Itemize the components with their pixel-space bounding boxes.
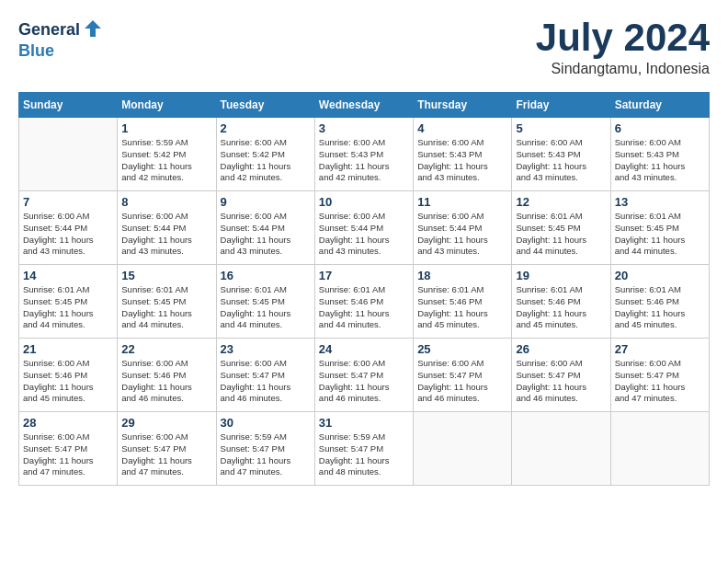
day-info: Sunrise: 6:00 AM Sunset: 5:47 PM Dayligh… (23, 431, 113, 478)
day-info: Sunrise: 6:01 AM Sunset: 5:45 PM Dayligh… (121, 284, 211, 331)
day-number: 30 (221, 416, 311, 430)
weekday-sunday: Sunday (19, 93, 118, 118)
day-number: 2 (221, 121, 311, 135)
day-number: 4 (417, 121, 507, 135)
calendar-week-5: 28Sunrise: 6:00 AM Sunset: 5:47 PM Dayli… (19, 412, 710, 486)
day-info: Sunrise: 6:00 AM Sunset: 5:44 PM Dayligh… (121, 211, 211, 258)
calendar-cell: 22Sunrise: 6:00 AM Sunset: 5:46 PM Dayli… (118, 339, 216, 412)
calendar-cell: 12Sunrise: 6:01 AM Sunset: 5:45 PM Dayli… (512, 191, 610, 265)
day-info: Sunrise: 6:00 AM Sunset: 5:46 PM Dayligh… (23, 358, 113, 405)
calendar-table: SundayMondayTuesdayWednesdayThursdayFrid… (18, 92, 710, 486)
calendar-cell: 30Sunrise: 5:59 AM Sunset: 5:47 PM Dayli… (216, 412, 314, 486)
logo: General Blue (18, 18, 103, 61)
calendar-cell: 24Sunrise: 6:00 AM Sunset: 5:47 PM Dayli… (314, 339, 413, 412)
calendar-cell: 9Sunrise: 6:00 AM Sunset: 5:44 PM Daylig… (216, 191, 314, 265)
day-info: Sunrise: 6:01 AM Sunset: 5:45 PM Dayligh… (23, 284, 113, 331)
day-info: Sunrise: 6:01 AM Sunset: 5:46 PM Dayligh… (319, 284, 409, 331)
day-number: 26 (516, 342, 606, 356)
logo-general: General (18, 21, 80, 40)
day-info: Sunrise: 5:59 AM Sunset: 5:47 PM Dayligh… (319, 431, 409, 478)
day-number: 25 (417, 342, 507, 356)
day-number: 9 (221, 195, 311, 209)
day-number: 3 (319, 121, 409, 135)
day-number: 18 (417, 269, 507, 282)
day-info: Sunrise: 6:00 AM Sunset: 5:44 PM Dayligh… (417, 211, 507, 258)
calendar-week-2: 7Sunrise: 6:00 AM Sunset: 5:44 PM Daylig… (19, 191, 710, 265)
day-info: Sunrise: 6:01 AM Sunset: 5:45 PM Dayligh… (516, 211, 606, 258)
day-number: 5 (516, 121, 606, 135)
calendar-cell: 26Sunrise: 6:00 AM Sunset: 5:47 PM Dayli… (512, 339, 610, 412)
svg-marker-0 (85, 20, 101, 37)
day-number: 17 (319, 269, 409, 282)
calendar-cell: 13Sunrise: 6:01 AM Sunset: 5:45 PM Dayli… (610, 191, 709, 265)
calendar-cell: 21Sunrise: 6:00 AM Sunset: 5:46 PM Dayli… (19, 339, 118, 412)
calendar-cell: 14Sunrise: 6:01 AM Sunset: 5:45 PM Dayli… (19, 265, 118, 339)
calendar-cell: 25Sunrise: 6:00 AM Sunset: 5:47 PM Dayli… (414, 339, 512, 412)
day-info: Sunrise: 6:00 AM Sunset: 5:42 PM Dayligh… (221, 137, 311, 184)
calendar-cell: 1Sunrise: 5:59 AM Sunset: 5:42 PM Daylig… (118, 118, 216, 191)
calendar-week-3: 14Sunrise: 6:01 AM Sunset: 5:45 PM Dayli… (19, 265, 710, 339)
weekday-wednesday: Wednesday (314, 93, 413, 118)
logo-icon (83, 18, 103, 39)
day-number: 21 (23, 342, 113, 356)
day-number: 27 (615, 342, 705, 356)
calendar-cell: 2Sunrise: 6:00 AM Sunset: 5:42 PM Daylig… (216, 118, 314, 191)
day-info: Sunrise: 6:00 AM Sunset: 5:47 PM Dayligh… (121, 431, 211, 478)
weekday-header-row: SundayMondayTuesdayWednesdayThursdayFrid… (19, 93, 710, 118)
day-info: Sunrise: 6:00 AM Sunset: 5:44 PM Dayligh… (319, 211, 409, 258)
calendar-body: 1Sunrise: 5:59 AM Sunset: 5:42 PM Daylig… (19, 118, 710, 486)
day-number: 15 (121, 269, 211, 282)
calendar-week-1: 1Sunrise: 5:59 AM Sunset: 5:42 PM Daylig… (19, 118, 710, 191)
page-header: General Blue July 2024 Sindangtamu, Indo… (18, 18, 710, 77)
calendar-cell (610, 412, 709, 486)
day-info: Sunrise: 6:00 AM Sunset: 5:43 PM Dayligh… (319, 137, 409, 184)
calendar-cell: 4Sunrise: 6:00 AM Sunset: 5:43 PM Daylig… (414, 118, 512, 191)
calendar-cell: 10Sunrise: 6:00 AM Sunset: 5:44 PM Dayli… (314, 191, 413, 265)
calendar-week-4: 21Sunrise: 6:00 AM Sunset: 5:46 PM Dayli… (19, 339, 710, 412)
weekday-saturday: Saturday (610, 93, 709, 118)
calendar-cell: 31Sunrise: 5:59 AM Sunset: 5:47 PM Dayli… (314, 412, 413, 486)
day-number: 24 (319, 342, 409, 356)
day-info: Sunrise: 6:01 AM Sunset: 5:45 PM Dayligh… (615, 211, 705, 258)
day-info: Sunrise: 6:00 AM Sunset: 5:44 PM Dayligh… (23, 211, 113, 258)
calendar-cell: 3Sunrise: 6:00 AM Sunset: 5:43 PM Daylig… (314, 118, 413, 191)
day-number: 10 (319, 195, 409, 209)
weekday-thursday: Thursday (414, 93, 512, 118)
calendar-cell (414, 412, 512, 486)
day-number: 23 (221, 342, 311, 356)
day-number: 29 (121, 416, 211, 430)
calendar-cell: 18Sunrise: 6:01 AM Sunset: 5:46 PM Dayli… (414, 265, 512, 339)
day-number: 1 (121, 121, 211, 135)
day-number: 7 (23, 195, 113, 209)
calendar-cell: 11Sunrise: 6:00 AM Sunset: 5:44 PM Dayli… (414, 191, 512, 265)
location-title: Sindangtamu, Indonesia (536, 61, 710, 77)
day-number: 8 (121, 195, 211, 209)
day-info: Sunrise: 6:00 AM Sunset: 5:43 PM Dayligh… (615, 137, 705, 184)
day-number: 22 (121, 342, 211, 356)
day-number: 14 (23, 269, 113, 282)
day-number: 20 (615, 269, 705, 282)
calendar-cell: 5Sunrise: 6:00 AM Sunset: 5:43 PM Daylig… (512, 118, 610, 191)
day-number: 12 (516, 195, 606, 209)
calendar-cell: 16Sunrise: 6:01 AM Sunset: 5:45 PM Dayli… (216, 265, 314, 339)
day-info: Sunrise: 6:00 AM Sunset: 5:44 PM Dayligh… (221, 211, 311, 258)
day-info: Sunrise: 6:00 AM Sunset: 5:47 PM Dayligh… (615, 358, 705, 405)
calendar-cell: 8Sunrise: 6:00 AM Sunset: 5:44 PM Daylig… (118, 191, 216, 265)
day-info: Sunrise: 6:01 AM Sunset: 5:46 PM Dayligh… (615, 284, 705, 331)
day-info: Sunrise: 6:00 AM Sunset: 5:47 PM Dayligh… (417, 358, 507, 405)
day-info: Sunrise: 6:00 AM Sunset: 5:47 PM Dayligh… (516, 358, 606, 405)
calendar-cell: 15Sunrise: 6:01 AM Sunset: 5:45 PM Dayli… (118, 265, 216, 339)
calendar-cell: 28Sunrise: 6:00 AM Sunset: 5:47 PM Dayli… (19, 412, 118, 486)
calendar-cell: 23Sunrise: 6:00 AM Sunset: 5:47 PM Dayli… (216, 339, 314, 412)
day-number: 13 (615, 195, 705, 209)
day-info: Sunrise: 6:00 AM Sunset: 5:47 PM Dayligh… (221, 358, 311, 405)
calendar-cell: 19Sunrise: 6:01 AM Sunset: 5:46 PM Dayli… (512, 265, 610, 339)
day-info: Sunrise: 6:01 AM Sunset: 5:46 PM Dayligh… (516, 284, 606, 331)
calendar-cell (512, 412, 610, 486)
calendar-cell: 20Sunrise: 6:01 AM Sunset: 5:46 PM Dayli… (610, 265, 709, 339)
day-info: Sunrise: 5:59 AM Sunset: 5:47 PM Dayligh… (221, 431, 311, 478)
day-info: Sunrise: 6:01 AM Sunset: 5:46 PM Dayligh… (417, 284, 507, 331)
calendar-cell: 7Sunrise: 6:00 AM Sunset: 5:44 PM Daylig… (19, 191, 118, 265)
day-info: Sunrise: 6:00 AM Sunset: 5:43 PM Dayligh… (516, 137, 606, 184)
calendar-cell: 17Sunrise: 6:01 AM Sunset: 5:46 PM Dayli… (314, 265, 413, 339)
